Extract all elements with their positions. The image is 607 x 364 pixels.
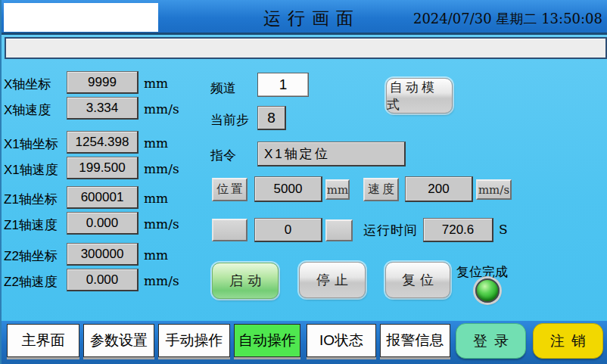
axis-unit: mm — [144, 76, 168, 91]
datetime-display: 2024/07/30 星期二 13:50:08 — [413, 10, 602, 28]
axis-unit: mm/s — [144, 161, 179, 176]
axis-value-display: 300000 — [67, 243, 139, 266]
axis-value-display: 0.000 — [67, 212, 139, 235]
message-bar — [5, 37, 607, 59]
reset-button[interactable]: 复位 — [385, 262, 450, 298]
speed-value-display: 200 — [405, 176, 473, 202]
page-title: 运行画面 — [251, 7, 372, 30]
position-value-display: 5000 — [254, 176, 322, 202]
runtime-label: 运行时间 — [363, 222, 418, 239]
axis-value-display: 1254.398 — [67, 131, 139, 154]
position-unit-plate: mm — [325, 179, 350, 200]
axis-value-display: 3.334 — [67, 97, 139, 120]
logout-button[interactable]: 注销 — [533, 323, 603, 359]
channel-label: 频道 — [210, 79, 236, 97]
axis-unit: mm/s — [144, 273, 179, 288]
axis-unit: mm/s — [144, 216, 179, 232]
nav-param-setting[interactable]: 参数设置 — [83, 324, 154, 357]
stop-button[interactable]: 停止 — [299, 262, 366, 298]
reset-done-label: 复位完成 — [456, 263, 508, 281]
axis-value-display: 9999 — [67, 71, 139, 94]
speed-unit-plate: mm/s — [476, 179, 512, 200]
runtime-unit: S — [499, 222, 508, 237]
aux-value-display: 0 — [254, 218, 322, 242]
auto-mode-button[interactable]: 自动模式 — [386, 78, 453, 114]
axis-unit: mm — [144, 247, 168, 263]
axis-label: Z1轴坐标 — [4, 191, 58, 208]
axis-label: X轴速度 — [4, 101, 51, 119]
axis-label: X1轴速度 — [4, 161, 58, 179]
nav-alarm-info[interactable]: 报警信息 — [380, 324, 450, 357]
logo-placeholder — [4, 3, 158, 32]
position-label-plate: 位置 — [212, 178, 247, 201]
hmi-run-screen: 运行画面 2024/07/30 星期二 13:50:08 X轴坐标 9999 m… — [0, 0, 607, 364]
runtime-value-display: 720.6 — [423, 218, 493, 242]
axis-unit: mm/s — [144, 101, 179, 117]
axis-label: X1轴坐标 — [4, 135, 58, 153]
axis-label: Z2轴速度 — [4, 273, 58, 291]
axis-label: Z2轴坐标 — [4, 247, 58, 265]
axis-value-display: 600001 — [67, 186, 139, 209]
axis-unit: mm — [144, 135, 168, 151]
start-button[interactable]: 启动 — [212, 263, 279, 299]
axis-value-display: 199.500 — [67, 157, 139, 179]
aux-plate-left — [212, 219, 247, 241]
nav-io-status[interactable]: IO状态 — [307, 324, 376, 357]
nav-main-screen[interactable]: 主界面 — [7, 324, 79, 357]
command-display: X1轴定位 — [257, 142, 406, 166]
axis-value-display: 0.000 — [67, 269, 139, 291]
axis-label: Z1轴速度 — [4, 216, 58, 234]
login-button[interactable]: 登录 — [456, 323, 526, 359]
speed-label-plate: 速度 — [363, 178, 399, 201]
aux-plate-right — [325, 219, 353, 241]
reset-done-led — [475, 278, 500, 303]
current-step-label: 当前步 — [210, 111, 249, 129]
bottom-nav-bar: 主界面 参数设置 手动操作 自动操作 IO状态 报警信息 登录 注销 — [2, 321, 607, 364]
command-label: 指令 — [210, 147, 236, 164]
axis-unit: mm — [144, 191, 168, 206]
nav-auto-op[interactable]: 自动操作 — [234, 324, 300, 357]
channel-input[interactable]: 1 — [257, 73, 309, 97]
current-step-display: 8 — [257, 106, 286, 130]
header-bar: 运行画面 2024/07/30 星期二 13:50:08 — [2, 0, 607, 35]
axis-label: X轴坐标 — [4, 76, 51, 93]
nav-manual-op[interactable]: 手动操作 — [158, 324, 230, 357]
